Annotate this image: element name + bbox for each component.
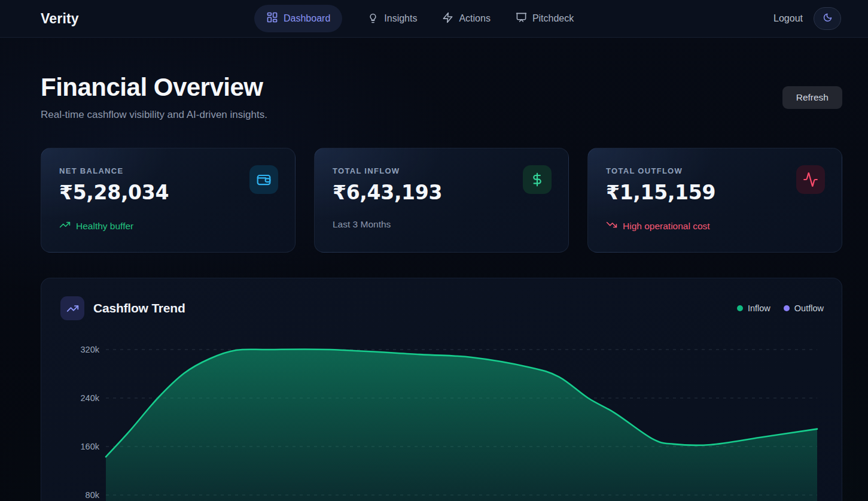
page-subtitle: Real-time cashflow visibility and AI-dri…	[41, 109, 267, 121]
stat-note-label: High operational cost	[623, 221, 710, 232]
svg-text:320k: 320k	[81, 345, 100, 354]
nav-right: Logout	[773, 0, 841, 37]
nav-item-dashboard[interactable]: Dashboard	[254, 5, 342, 32]
stat-card-total-inflow: TOTAL INFLOW ₹6,43,193 Last 3 Months	[314, 148, 569, 253]
page-header-text: Financial Overview Real-time cashflow vi…	[41, 74, 267, 121]
trending-up-icon	[60, 296, 84, 320]
nav-item-label: Actions	[459, 13, 490, 24]
chart-title: Cashflow Trend	[93, 301, 185, 315]
trending-down-icon	[606, 219, 617, 233]
stat-card-net-balance: NET BALANCE ₹5,28,034 Healthy buffer	[41, 148, 296, 253]
stat-label: NET BALANCE	[59, 166, 277, 175]
nav-item-label: Insights	[384, 13, 417, 24]
theme-toggle-button[interactable]	[814, 7, 841, 30]
stat-value: ₹1,15,159	[606, 181, 824, 204]
presentation-icon	[516, 12, 527, 26]
stat-label: TOTAL OUTFLOW	[606, 166, 824, 175]
dollar-icon	[523, 165, 552, 194]
stat-card-total-outflow: TOTAL OUTFLOW ₹1,15,159 High operational…	[587, 148, 842, 253]
stat-note: Last 3 Months	[333, 219, 550, 230]
nav-item-pitchdeck[interactable]: Pitchdeck	[516, 12, 574, 26]
activity-icon	[796, 165, 825, 194]
nav-item-insights[interactable]: Insights	[367, 12, 417, 26]
trending-up-icon	[59, 219, 71, 233]
refresh-button[interactable]: Refresh	[782, 86, 842, 109]
legend-item-outflow: Outflow	[784, 303, 824, 313]
stat-note: Healthy buffer	[59, 219, 277, 233]
chart-legend: Inflow Outflow	[737, 303, 824, 313]
page-title: Financial Overview	[41, 74, 267, 101]
legend-label: Outflow	[794, 303, 824, 313]
stat-label: TOTAL INFLOW	[333, 166, 550, 175]
svg-text:240k: 240k	[81, 393, 100, 403]
logout-button[interactable]: Logout	[773, 13, 803, 24]
top-nav: Verity Dashboard Insights	[0, 0, 868, 38]
main-content: Financial Overview Real-time cashflow vi…	[41, 74, 842, 501]
legend-label: Inflow	[748, 303, 770, 313]
brand-logo: Verity	[41, 11, 79, 27]
cashflow-trend-card: Cashflow Trend Inflow Outflow 320k240	[41, 278, 842, 501]
wallet-icon	[249, 165, 278, 194]
svg-text:160k: 160k	[81, 442, 100, 451]
nav-item-label: Pitchdeck	[532, 13, 574, 24]
nav-item-actions[interactable]: Actions	[442, 12, 490, 26]
main-nav: Dashboard Insights Actions	[254, 0, 574, 37]
stats-row: NET BALANCE ₹5,28,034 Healthy buffer TOT…	[41, 148, 842, 253]
dashboard-grid-icon	[266, 11, 278, 26]
stat-value: ₹6,43,193	[333, 181, 550, 204]
stat-note-label: Healthy buffer	[76, 221, 133, 232]
stat-note: High operational cost	[606, 219, 824, 233]
legend-item-inflow: Inflow	[737, 303, 770, 313]
moon-icon	[822, 13, 833, 25]
svg-text:80k: 80k	[86, 490, 100, 500]
lightbulb-icon	[367, 12, 379, 26]
legend-dot-inflow	[737, 305, 743, 311]
zap-icon	[442, 12, 453, 26]
page-header: Financial Overview Real-time cashflow vi…	[41, 74, 842, 121]
chart-header: Cashflow Trend Inflow Outflow	[41, 278, 842, 320]
nav-item-label: Dashboard	[284, 13, 330, 24]
legend-dot-outflow	[784, 305, 790, 311]
stat-note-label: Last 3 Months	[333, 219, 391, 230]
stat-value: ₹5,28,034	[59, 181, 277, 204]
